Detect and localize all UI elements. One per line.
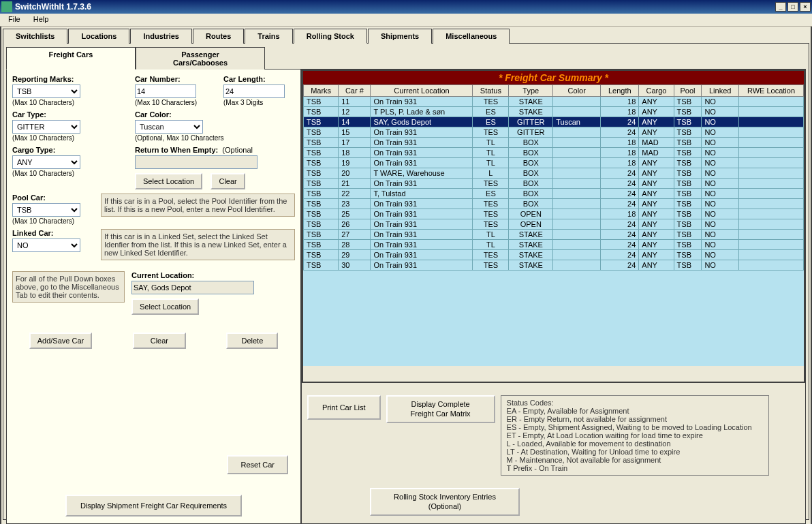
tab-locations[interactable]: Locations: [68, 29, 129, 44]
menu-file[interactable]: File: [3, 14, 26, 25]
col-type[interactable]: Type: [509, 85, 553, 97]
car-number-input[interactable]: [135, 84, 196, 98]
car-type-select[interactable]: GITTER: [12, 120, 80, 134]
current-location-input[interactable]: [131, 281, 254, 294]
table-row[interactable]: TSB28On Train 931TLSTAKE24ANYTSBNO: [304, 240, 804, 250]
hint-car-length: (Max 3 Digits: [223, 99, 285, 106]
hint-cargo-type: (Max 10 Characters): [12, 170, 128, 177]
col-car-no[interactable]: Car #: [339, 85, 371, 97]
summary-panel: * Freight Car Summary * Marks Car # Curr…: [302, 70, 805, 523]
col-color[interactable]: Color: [553, 85, 601, 97]
maximize-button[interactable]: □: [787, 2, 798, 12]
tab-routes[interactable]: Routes: [193, 29, 244, 44]
sub-tabs: Freight Cars Passenger Cars/Cabooses: [6, 46, 806, 69]
return-empty-input[interactable]: [135, 155, 257, 169]
display-requirements-button[interactable]: Display Shipment Freight Car Requirement…: [65, 495, 242, 517]
linked-car-help: If this car is in a Linked Set, select t…: [101, 229, 295, 260]
table-row[interactable]: TSB20T WARE, WarehouseLBOX24ANYTSBNO: [304, 168, 804, 179]
col-status[interactable]: Status: [473, 85, 509, 97]
tab-trains[interactable]: Trains: [245, 29, 292, 44]
hint-car-number: (Max 10 Characters): [135, 99, 217, 106]
hint-car-color: (Optional, Max 10 Characters: [135, 134, 224, 142]
label-cargo-type: Cargo Type:: [12, 146, 128, 154]
freight-car-grid[interactable]: Marks Car # Current Location Status Type…: [303, 84, 804, 271]
label-car-length: Car Length:: [223, 75, 285, 83]
clear-button[interactable]: Clear: [133, 333, 186, 349]
label-current-location: Current Location:: [131, 271, 295, 279]
col-length[interactable]: Length: [601, 85, 639, 97]
select-location-button-2[interactable]: Select Location: [131, 298, 199, 315]
label-reporting-marks: Reporting Marks:: [12, 75, 128, 83]
table-row[interactable]: TSB23On Train 931TESBOX24ANYTSBNO: [304, 199, 804, 209]
col-cargo[interactable]: Cargo: [639, 85, 674, 97]
table-row[interactable]: TSB18On Train 931TLBOX18MADTSBNO: [304, 148, 804, 158]
main-tabs: Switchlists Locations Industries Routes …: [3, 28, 809, 43]
table-row[interactable]: TSB14SAY, Gods DepotESGITTERTuscan24ANYT…: [304, 117, 804, 127]
table-row[interactable]: TSB15On Train 931TESGITTER24ANYTSBNO: [304, 127, 804, 138]
add-save-button[interactable]: Add/Save Car: [29, 333, 92, 349]
table-row[interactable]: TSB12T PLS, P. Lade & sønESSTAKE18ANYTSB…: [304, 107, 804, 117]
tab-switchlists[interactable]: Switchlists: [3, 29, 67, 44]
reset-car-button[interactable]: Reset Car: [227, 455, 288, 474]
table-row[interactable]: TSB17On Train 931TLBOX18MADTSBNO: [304, 138, 804, 148]
rolling-inv-button[interactable]: Rolling Stock Inventory Entries (Optiona…: [370, 488, 520, 516]
car-length-input[interactable]: [223, 84, 285, 98]
pulldown-note: For all of the Pull Down boxes above, go…: [12, 271, 125, 303]
table-row[interactable]: TSB22T, TulstadESBOX24ANYTSBNO: [304, 189, 804, 199]
table-row[interactable]: TSB26On Train 931TESOPEN24ANYTSBNO: [304, 219, 804, 230]
table-row[interactable]: TSB21On Train 931TESBOX24ANYTSBNO: [304, 179, 804, 189]
window-title: SwitchWithIt 1.7.3.6: [15, 2, 91, 12]
table-row[interactable]: TSB30On Train 931TESSTAKE24ANYTSBNO: [304, 260, 804, 271]
subtab-passenger[interactable]: Passenger Cars/Cabooses: [136, 47, 265, 70]
label-linked-car: Linked Car:: [12, 229, 94, 237]
col-location[interactable]: Current Location: [371, 85, 473, 97]
subtab-freight[interactable]: Freight Cars: [6, 47, 136, 70]
table-row[interactable]: TSB11On Train 931TESSTAKE18ANYTSBNO: [304, 97, 804, 107]
print-car-list-button[interactable]: Print Car List: [307, 395, 381, 420]
hint-reporting-marks: (Max 10 Characters): [12, 99, 128, 106]
col-rwe[interactable]: RWE Location: [739, 85, 804, 97]
cargo-type-select[interactable]: ANY: [12, 155, 80, 169]
app-icon: [1, 1, 12, 12]
menu-help[interactable]: Help: [28, 14, 54, 25]
label-car-color: Car Color:: [135, 110, 224, 119]
linked-car-select[interactable]: NO: [12, 238, 80, 252]
car-color-select[interactable]: Tuscan: [135, 120, 203, 134]
col-marks[interactable]: Marks: [304, 85, 339, 97]
pool-car-help: If this car is in a Pool, select the Poo…: [101, 194, 295, 217]
close-button[interactable]: ×: [800, 2, 811, 12]
select-location-button-1[interactable]: Select Location: [135, 173, 202, 189]
minimize-button[interactable]: _: [775, 2, 786, 12]
delete-button[interactable]: Delete: [226, 333, 278, 349]
menubar: File Help: [0, 14, 812, 27]
label-car-type: Car Type:: [12, 110, 128, 119]
form-panel: Reporting Marks: TSB (Max 10 Characters)…: [7, 70, 302, 523]
tab-rolling-stock[interactable]: Rolling Stock: [294, 29, 367, 44]
table-row[interactable]: TSB29On Train 931TESSTAKE24ANYTSBNO: [304, 250, 804, 260]
display-matrix-button[interactable]: Display Complete Freight Car Matrix: [386, 395, 495, 423]
label-car-number: Car Number:: [135, 75, 217, 83]
tab-shipments[interactable]: Shipments: [368, 29, 432, 44]
tab-industries[interactable]: Industries: [130, 29, 192, 44]
col-pool[interactable]: Pool: [674, 85, 702, 97]
summary-title: * Freight Car Summary *: [303, 71, 804, 84]
table-row[interactable]: TSB19On Train 931TLBOX18ANYTSBNO: [304, 158, 804, 168]
label-return-empty: Return to When Empty: (Optional: [135, 146, 295, 154]
reporting-marks-select[interactable]: TSB: [12, 84, 80, 98]
tab-miscellaneous[interactable]: Miscellaneous: [433, 29, 510, 44]
col-linked[interactable]: Linked: [702, 85, 739, 97]
label-pool-car: Pool Car:: [12, 194, 94, 202]
hint-pool-car: (Max 10 Characters): [12, 217, 94, 225]
status-codes-legend: Status Codes: EA - Empty, Available for …: [501, 395, 769, 476]
titlebar: SwitchWithIt 1.7.3.6 _ □ ×: [0, 0, 812, 14]
clear-return-button[interactable]: Clear: [210, 173, 245, 189]
hint-car-type: (Max 10 Characters): [12, 134, 128, 142]
pool-car-select[interactable]: TSB: [12, 203, 80, 217]
table-row[interactable]: TSB25On Train 931TESOPEN18ANYTSBNO: [304, 209, 804, 219]
table-row[interactable]: TSB27On Train 931TLSTAKE24ANYTSBNO: [304, 230, 804, 240]
